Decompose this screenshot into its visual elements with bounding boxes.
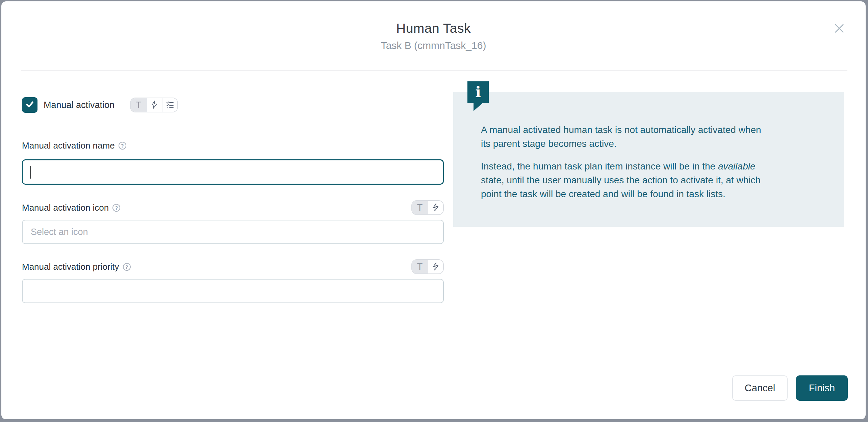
name-label-row: Manual activation name ? xyxy=(22,140,444,151)
close-button[interactable] xyxy=(833,22,846,36)
value-type-toggle-group: T xyxy=(130,98,178,112)
priority-value-type-toggle-group: T xyxy=(411,259,444,274)
cancel-button[interactable]: Cancel xyxy=(732,375,788,401)
name-label: Manual activation name ? xyxy=(22,140,126,151)
text-caret xyxy=(30,166,31,179)
expression-toggle[interactable] xyxy=(146,98,162,112)
info-paragraph-1: A manual activated human task is not aut… xyxy=(481,123,768,151)
priority-label: Manual activation priority ? xyxy=(22,262,131,272)
lightning-icon xyxy=(150,100,158,110)
info-icon: i xyxy=(467,81,489,103)
checklist-icon xyxy=(165,100,174,110)
info-paragraph-2: Instead, the human task plan item instan… xyxy=(481,159,768,201)
dialog-title: Human Task xyxy=(1,21,866,36)
human-task-dialog: Human Task Task B (cmmnTask_16) Manual a… xyxy=(1,1,866,419)
priority-label-row: Manual activation priority ? T xyxy=(22,259,444,274)
finish-button[interactable]: Finish xyxy=(796,375,848,401)
manual-activation-checkbox[interactable] xyxy=(22,97,37,113)
dialog-subtitle: Task B (cmmnTask_16) xyxy=(1,40,866,51)
lightning-icon xyxy=(432,262,440,272)
icon-label-row: Manual activation icon ? T xyxy=(22,200,444,215)
form-column: Manual activation T xyxy=(22,97,444,303)
icon-static-text-toggle[interactable]: T xyxy=(412,201,428,214)
dialog-footer: Cancel Finish xyxy=(732,375,848,401)
conditions-toggle[interactable] xyxy=(162,98,177,112)
static-text-toggle[interactable]: T xyxy=(131,98,146,112)
header-divider xyxy=(21,70,847,71)
icon-label: Manual activation icon ? xyxy=(22,203,120,213)
icon-value-type-toggle-group: T xyxy=(411,200,444,215)
icon-help-icon[interactable]: ? xyxy=(112,204,120,212)
info-panel: i A manual activated human task is not a… xyxy=(453,92,844,227)
text-icon: T xyxy=(417,262,423,272)
manual-activation-icon-input[interactable] xyxy=(22,220,444,244)
text-icon: T xyxy=(136,100,142,110)
priority-expression-toggle[interactable] xyxy=(428,260,443,273)
manual-activation-name-input[interactable] xyxy=(22,159,444,185)
name-help-icon[interactable]: ? xyxy=(119,142,126,150)
manual-activation-label: Manual activation xyxy=(44,100,114,110)
text-icon: T xyxy=(417,203,423,213)
icon-expression-toggle[interactable] xyxy=(428,201,443,214)
close-icon xyxy=(834,23,845,35)
priority-help-icon[interactable]: ? xyxy=(123,263,131,271)
manual-activation-row: Manual activation T xyxy=(22,97,444,113)
checkmark-icon xyxy=(25,99,35,111)
priority-static-text-toggle[interactable]: T xyxy=(412,260,428,273)
lightning-icon xyxy=(432,203,440,213)
manual-activation-priority-input[interactable] xyxy=(22,279,444,303)
